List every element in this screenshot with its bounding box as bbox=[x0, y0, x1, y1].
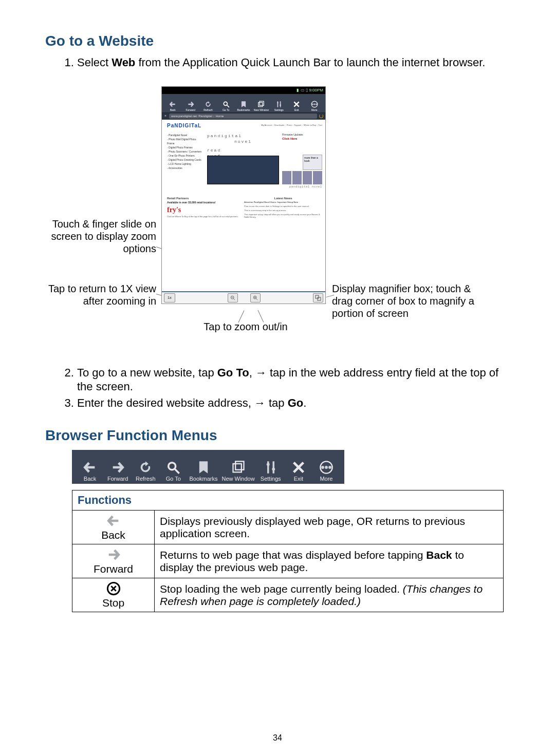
latest-news: Latest News Attention Pandigital Novel U… bbox=[244, 197, 322, 220]
web-content: PaNDIGITaL My Account :: Downloads :: Pr… bbox=[162, 120, 325, 292]
mini-back[interactable]: Back bbox=[164, 101, 181, 111]
thumbs bbox=[282, 171, 322, 184]
row-desc: Returns to web page that was displayed b… bbox=[155, 544, 504, 578]
tb-exit[interactable]: Exit bbox=[287, 460, 310, 482]
table-row: Back Displays previously displayed web p… bbox=[72, 511, 504, 544]
mini-exit[interactable]: Exit bbox=[288, 101, 305, 111]
url-bar[interactable]: ✶ www.pandigital.net: Pandigital :: Home bbox=[162, 112, 325, 120]
back-icon bbox=[106, 514, 121, 528]
tb-goto[interactable]: Go To bbox=[161, 460, 185, 482]
browser-figure: Touch & finger slide on screen to displa… bbox=[45, 86, 510, 353]
tb-settings[interactable]: Settings bbox=[259, 460, 283, 482]
table-row: Stop Stop loading the web page currently… bbox=[72, 578, 504, 612]
step-2: To go to a new website, tap Go To, → tap… bbox=[77, 366, 510, 394]
status-bar: ▮▭ ▯ 9:00PM bbox=[162, 87, 325, 94]
callout-zoom-inout: Tap to zoom out/in bbox=[199, 320, 292, 333]
row-label: Back bbox=[101, 529, 125, 541]
tb-forward[interactable]: Forward bbox=[106, 460, 130, 482]
forward-icon bbox=[106, 547, 121, 562]
magnifier-button[interactable] bbox=[313, 293, 323, 303]
site-logo: PaNDIGITaL bbox=[167, 123, 201, 128]
zoom-in-button[interactable] bbox=[250, 293, 261, 303]
mini-refresh[interactable]: Refresh bbox=[199, 101, 217, 111]
tb-back[interactable]: Back bbox=[78, 460, 102, 482]
step-1: Select Web from the Application Quick La… bbox=[77, 55, 510, 70]
steps-list: Select Web from the Application Quick La… bbox=[45, 55, 510, 70]
status-time: 9:00PM bbox=[309, 88, 323, 92]
mini-more[interactable]: More bbox=[306, 101, 323, 111]
functions-table: Functions Back Displays previously displ… bbox=[72, 490, 504, 612]
mini-goto[interactable]: Go To bbox=[217, 101, 234, 111]
site-hero-image bbox=[207, 156, 279, 184]
tablet-screenshot: ▮▭ ▯ 9:00PM Back Forward Refresh Go To B… bbox=[161, 86, 326, 304]
tb-more[interactable]: More bbox=[314, 460, 338, 482]
zoom-1x-button[interactable]: 1x bbox=[164, 293, 175, 303]
url-text: www.pandigital.net: Pandigital :: Home bbox=[169, 114, 317, 119]
stop-icon bbox=[106, 581, 121, 596]
more-than-book: more than a book bbox=[303, 155, 322, 170]
site-right: Firmware Updates Click Here bbox=[282, 133, 322, 140]
heading-browser-menus: Browser Function Menus bbox=[45, 427, 510, 444]
heading-go-to-website: Go to a Website bbox=[45, 33, 510, 49]
table-row: Forward Returns to web page that was dis… bbox=[72, 544, 504, 578]
steps-list-cont: To go to a new website, tap Go To, → tap… bbox=[45, 366, 510, 410]
site-topnav: My Account :: Downloads :: Press :: Supp… bbox=[261, 124, 322, 126]
callout-touch-slide: Touch & finger slide on screen to displa… bbox=[45, 218, 156, 255]
mini-bookmarks[interactable]: Bookmarks bbox=[235, 101, 252, 111]
step1-bold: Web bbox=[112, 56, 135, 69]
retail-partners: Retail Partners Available in over 33,000… bbox=[167, 197, 239, 218]
mini-forward[interactable]: Forward bbox=[181, 101, 199, 111]
site-leftnav: Pandigital Novel Photo Mail Digital Phot… bbox=[167, 133, 203, 170]
mini-settings[interactable]: Settings bbox=[270, 101, 288, 111]
callout-return-1x: Tap to return to 1X view after zooming i… bbox=[45, 282, 156, 307]
row-label: Forward bbox=[94, 563, 133, 575]
toolbar-figure: Back Forward Refresh Go To Bookmarks New… bbox=[72, 450, 344, 484]
step1-pre: Select bbox=[77, 56, 112, 69]
mini-toolbar: Back Forward Refresh Go To Bookmarks New… bbox=[162, 94, 325, 112]
zoom-out-button[interactable] bbox=[228, 293, 238, 303]
step-3: Enter the desired website address, → tap… bbox=[77, 396, 510, 410]
pd-novel: pandigital novel bbox=[289, 185, 322, 188]
step1-post: from the Application Quick Launch Bar to… bbox=[135, 56, 485, 69]
tb-newwindow[interactable]: New Window bbox=[221, 460, 254, 482]
row-label: Stop bbox=[102, 597, 124, 609]
mini-newwindow[interactable]: New Window bbox=[252, 101, 270, 111]
callout-magnifier: Display magnifier box; touch & drag corn… bbox=[332, 282, 486, 319]
page-number: 34 bbox=[0, 733, 555, 743]
row-desc: Displays previously displayed web page, … bbox=[155, 511, 504, 544]
functions-header: Functions bbox=[72, 490, 504, 511]
zoom-bar: 1x bbox=[162, 291, 325, 304]
row-desc: Stop loading the web page currently bein… bbox=[155, 578, 504, 612]
tb-refresh[interactable]: Refresh bbox=[134, 460, 157, 482]
tb-bookmarks[interactable]: Bookmarks bbox=[189, 460, 217, 482]
